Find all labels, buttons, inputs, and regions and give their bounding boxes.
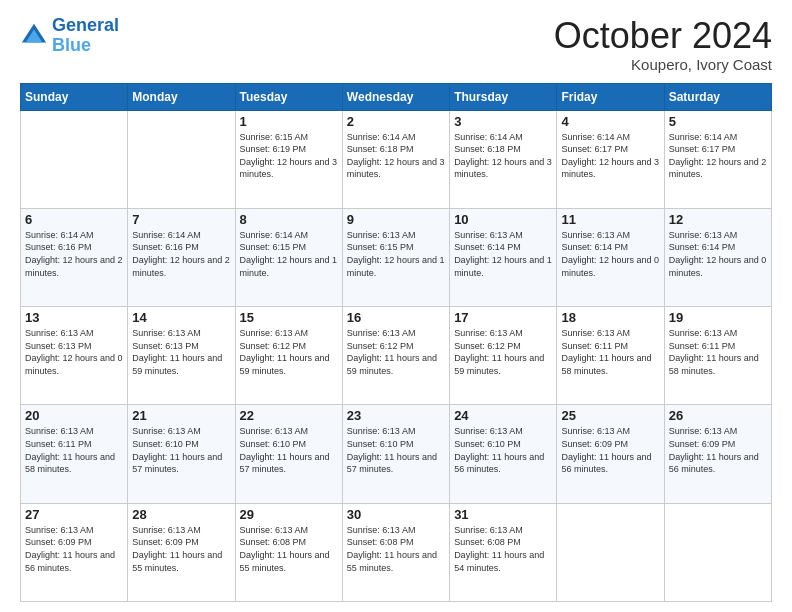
week-row-1: 1Sunrise: 6:15 AM Sunset: 6:19 PM Daylig… xyxy=(21,110,772,208)
table-row: 21Sunrise: 6:13 AM Sunset: 6:10 PM Dayli… xyxy=(128,405,235,503)
day-info: Sunrise: 6:13 AM Sunset: 6:15 PM Dayligh… xyxy=(347,229,445,279)
day-number: 2 xyxy=(347,114,445,129)
table-row xyxy=(664,503,771,601)
table-row: 19Sunrise: 6:13 AM Sunset: 6:11 PM Dayli… xyxy=(664,307,771,405)
logo-text: General Blue xyxy=(52,16,119,56)
day-number: 21 xyxy=(132,408,230,423)
week-row-5: 27Sunrise: 6:13 AM Sunset: 6:09 PM Dayli… xyxy=(21,503,772,601)
day-info: Sunrise: 6:13 AM Sunset: 6:11 PM Dayligh… xyxy=(25,425,123,475)
week-row-2: 6Sunrise: 6:14 AM Sunset: 6:16 PM Daylig… xyxy=(21,208,772,306)
table-row: 22Sunrise: 6:13 AM Sunset: 6:10 PM Dayli… xyxy=(235,405,342,503)
table-row xyxy=(557,503,664,601)
calendar-table: Sunday Monday Tuesday Wednesday Thursday… xyxy=(20,83,772,602)
table-row: 6Sunrise: 6:14 AM Sunset: 6:16 PM Daylig… xyxy=(21,208,128,306)
day-info: Sunrise: 6:14 AM Sunset: 6:16 PM Dayligh… xyxy=(132,229,230,279)
table-row: 20Sunrise: 6:13 AM Sunset: 6:11 PM Dayli… xyxy=(21,405,128,503)
day-number: 31 xyxy=(454,507,552,522)
day-number: 27 xyxy=(25,507,123,522)
day-info: Sunrise: 6:13 AM Sunset: 6:08 PM Dayligh… xyxy=(240,524,338,574)
table-row: 31Sunrise: 6:13 AM Sunset: 6:08 PM Dayli… xyxy=(450,503,557,601)
logo: General Blue xyxy=(20,16,119,56)
day-number: 5 xyxy=(669,114,767,129)
day-number: 19 xyxy=(669,310,767,325)
day-info: Sunrise: 6:13 AM Sunset: 6:14 PM Dayligh… xyxy=(561,229,659,279)
day-number: 7 xyxy=(132,212,230,227)
day-info: Sunrise: 6:14 AM Sunset: 6:15 PM Dayligh… xyxy=(240,229,338,279)
day-info: Sunrise: 6:13 AM Sunset: 6:12 PM Dayligh… xyxy=(240,327,338,377)
day-number: 17 xyxy=(454,310,552,325)
day-number: 15 xyxy=(240,310,338,325)
table-row: 18Sunrise: 6:13 AM Sunset: 6:11 PM Dayli… xyxy=(557,307,664,405)
table-row: 16Sunrise: 6:13 AM Sunset: 6:12 PM Dayli… xyxy=(342,307,449,405)
day-number: 26 xyxy=(669,408,767,423)
day-number: 24 xyxy=(454,408,552,423)
day-info: Sunrise: 6:13 AM Sunset: 6:12 PM Dayligh… xyxy=(347,327,445,377)
header-thursday: Thursday xyxy=(450,83,557,110)
day-info: Sunrise: 6:13 AM Sunset: 6:12 PM Dayligh… xyxy=(454,327,552,377)
table-row: 10Sunrise: 6:13 AM Sunset: 6:14 PM Dayli… xyxy=(450,208,557,306)
header: General Blue October 2024 Koupero, Ivory… xyxy=(20,16,772,73)
day-number: 10 xyxy=(454,212,552,227)
table-row: 26Sunrise: 6:13 AM Sunset: 6:09 PM Dayli… xyxy=(664,405,771,503)
day-info: Sunrise: 6:14 AM Sunset: 6:17 PM Dayligh… xyxy=(669,131,767,181)
day-number: 14 xyxy=(132,310,230,325)
header-sunday: Sunday xyxy=(21,83,128,110)
day-number: 30 xyxy=(347,507,445,522)
day-info: Sunrise: 6:13 AM Sunset: 6:10 PM Dayligh… xyxy=(240,425,338,475)
table-row: 8Sunrise: 6:14 AM Sunset: 6:15 PM Daylig… xyxy=(235,208,342,306)
week-row-3: 13Sunrise: 6:13 AM Sunset: 6:13 PM Dayli… xyxy=(21,307,772,405)
day-info: Sunrise: 6:13 AM Sunset: 6:08 PM Dayligh… xyxy=(347,524,445,574)
table-row: 1Sunrise: 6:15 AM Sunset: 6:19 PM Daylig… xyxy=(235,110,342,208)
day-number: 9 xyxy=(347,212,445,227)
table-row: 27Sunrise: 6:13 AM Sunset: 6:09 PM Dayli… xyxy=(21,503,128,601)
header-tuesday: Tuesday xyxy=(235,83,342,110)
day-info: Sunrise: 6:13 AM Sunset: 6:10 PM Dayligh… xyxy=(347,425,445,475)
week-row-4: 20Sunrise: 6:13 AM Sunset: 6:11 PM Dayli… xyxy=(21,405,772,503)
day-info: Sunrise: 6:13 AM Sunset: 6:13 PM Dayligh… xyxy=(132,327,230,377)
day-info: Sunrise: 6:13 AM Sunset: 6:09 PM Dayligh… xyxy=(25,524,123,574)
calendar-header-row: Sunday Monday Tuesday Wednesday Thursday… xyxy=(21,83,772,110)
day-info: Sunrise: 6:13 AM Sunset: 6:11 PM Dayligh… xyxy=(561,327,659,377)
header-friday: Friday xyxy=(557,83,664,110)
day-number: 6 xyxy=(25,212,123,227)
location: Koupero, Ivory Coast xyxy=(554,56,772,73)
day-number: 18 xyxy=(561,310,659,325)
day-info: Sunrise: 6:13 AM Sunset: 6:10 PM Dayligh… xyxy=(454,425,552,475)
table-row: 7Sunrise: 6:14 AM Sunset: 6:16 PM Daylig… xyxy=(128,208,235,306)
table-row: 5Sunrise: 6:14 AM Sunset: 6:17 PM Daylig… xyxy=(664,110,771,208)
day-info: Sunrise: 6:13 AM Sunset: 6:09 PM Dayligh… xyxy=(561,425,659,475)
page: General Blue October 2024 Koupero, Ivory… xyxy=(0,0,792,612)
header-wednesday: Wednesday xyxy=(342,83,449,110)
day-info: Sunrise: 6:14 AM Sunset: 6:18 PM Dayligh… xyxy=(454,131,552,181)
table-row: 9Sunrise: 6:13 AM Sunset: 6:15 PM Daylig… xyxy=(342,208,449,306)
table-row: 2Sunrise: 6:14 AM Sunset: 6:18 PM Daylig… xyxy=(342,110,449,208)
table-row: 28Sunrise: 6:13 AM Sunset: 6:09 PM Dayli… xyxy=(128,503,235,601)
day-info: Sunrise: 6:14 AM Sunset: 6:18 PM Dayligh… xyxy=(347,131,445,181)
day-info: Sunrise: 6:13 AM Sunset: 6:10 PM Dayligh… xyxy=(132,425,230,475)
day-number: 25 xyxy=(561,408,659,423)
table-row: 4Sunrise: 6:14 AM Sunset: 6:17 PM Daylig… xyxy=(557,110,664,208)
logo-icon xyxy=(20,22,48,50)
table-row: 15Sunrise: 6:13 AM Sunset: 6:12 PM Dayli… xyxy=(235,307,342,405)
table-row: 11Sunrise: 6:13 AM Sunset: 6:14 PM Dayli… xyxy=(557,208,664,306)
table-row xyxy=(128,110,235,208)
table-row: 25Sunrise: 6:13 AM Sunset: 6:09 PM Dayli… xyxy=(557,405,664,503)
table-row: 12Sunrise: 6:13 AM Sunset: 6:14 PM Dayli… xyxy=(664,208,771,306)
table-row: 30Sunrise: 6:13 AM Sunset: 6:08 PM Dayli… xyxy=(342,503,449,601)
day-info: Sunrise: 6:13 AM Sunset: 6:09 PM Dayligh… xyxy=(132,524,230,574)
day-info: Sunrise: 6:13 AM Sunset: 6:08 PM Dayligh… xyxy=(454,524,552,574)
table-row: 3Sunrise: 6:14 AM Sunset: 6:18 PM Daylig… xyxy=(450,110,557,208)
day-number: 22 xyxy=(240,408,338,423)
day-info: Sunrise: 6:13 AM Sunset: 6:09 PM Dayligh… xyxy=(669,425,767,475)
day-info: Sunrise: 6:13 AM Sunset: 6:14 PM Dayligh… xyxy=(669,229,767,279)
header-saturday: Saturday xyxy=(664,83,771,110)
title-area: October 2024 Koupero, Ivory Coast xyxy=(554,16,772,73)
day-number: 29 xyxy=(240,507,338,522)
day-number: 1 xyxy=(240,114,338,129)
day-info: Sunrise: 6:15 AM Sunset: 6:19 PM Dayligh… xyxy=(240,131,338,181)
day-number: 3 xyxy=(454,114,552,129)
day-info: Sunrise: 6:14 AM Sunset: 6:16 PM Dayligh… xyxy=(25,229,123,279)
day-number: 4 xyxy=(561,114,659,129)
day-info: Sunrise: 6:13 AM Sunset: 6:13 PM Dayligh… xyxy=(25,327,123,377)
table-row xyxy=(21,110,128,208)
